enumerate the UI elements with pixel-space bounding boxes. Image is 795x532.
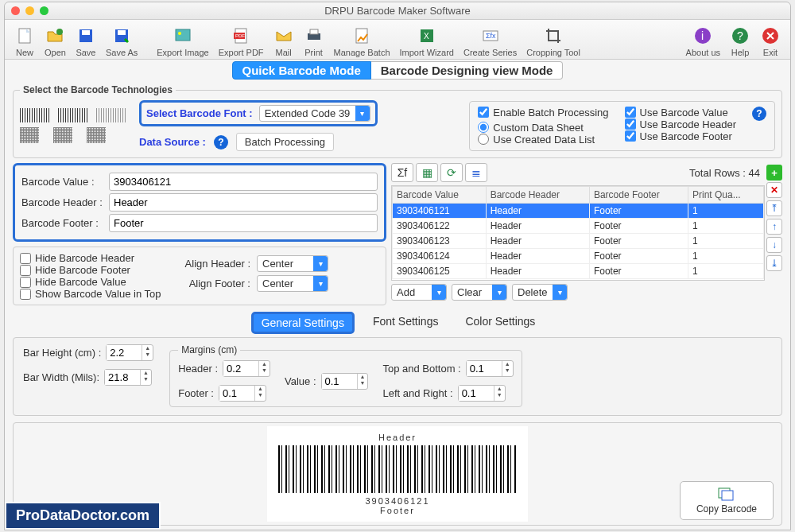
move-down-button[interactable]: ↓ [766, 237, 782, 253]
tab-design-mode[interactable]: Barcode Designing view Mode [371, 61, 564, 80]
move-up-button[interactable]: ↑ [766, 219, 782, 235]
barcode-value-input[interactable] [109, 173, 378, 191]
hide-header-checkbox[interactable]: Hide Barcode Header [20, 252, 179, 264]
new-button[interactable]: New [10, 25, 40, 57]
tab-quick-mode[interactable]: Quick Barcode Mode [232, 61, 371, 80]
align-header-select[interactable]: Center▾ [257, 255, 328, 272]
table-row[interactable]: 3903406121HeaderFooter1 [393, 204, 764, 219]
table-row[interactable]: 3903406123HeaderFooter1 [393, 234, 764, 249]
manage-batch-button[interactable]: Manage Batch [329, 25, 395, 57]
open-folder-icon [45, 26, 64, 45]
open-button[interactable]: Open [40, 25, 71, 57]
app-window: DRPU Barcode Maker Software New Open Sav… [4, 2, 791, 530]
export-pdf-button[interactable]: PDFExport PDF [214, 25, 269, 57]
preview-header: Header [278, 433, 517, 442]
use-header-checkbox[interactable]: Use Barcode Header [625, 118, 736, 130]
series-icon: Σfx [481, 26, 500, 45]
barcode-header-input[interactable] [109, 193, 378, 212]
data-table[interactable]: Barcode ValueBarcode HeaderBarcode Foote… [391, 185, 765, 281]
svg-rect-0 [19, 29, 30, 43]
show-value-top-checkbox[interactable]: Show Barcode Value in Top [20, 288, 179, 300]
linear-barcode-icon-3[interactable] [96, 108, 126, 122]
barcode-footer-input[interactable] [109, 214, 378, 232]
help-icon[interactable]: ? [214, 135, 228, 150]
exit-icon [761, 26, 780, 45]
delete-row-button[interactable]: ✕ [766, 182, 782, 198]
general-settings-panel: Bar Height (cm) : ▲▼ Bar Width (Mils): ▲… [13, 337, 782, 416]
linear-barcode-icon[interactable] [20, 108, 50, 122]
margin-tb-input[interactable]: ▲▼ [466, 360, 514, 377]
excel-button[interactable]: ▦ [416, 163, 438, 182]
formula-button[interactable]: Σf [391, 163, 413, 182]
data-source-label: Data Source : [139, 136, 206, 148]
mail-button[interactable]: Mail [269, 25, 299, 57]
copy-barcode-button[interactable]: Copy Barcode [680, 481, 774, 520]
align-footer-select[interactable]: Center▾ [257, 275, 328, 292]
2d-barcode-icon[interactable] [20, 127, 39, 143]
barcode-font-select[interactable]: Extended Code 39▾ [259, 105, 370, 122]
preview-footer: Footer [278, 506, 517, 515]
create-series-button[interactable]: ΣfxCreate Series [459, 25, 522, 57]
margin-value-input[interactable]: ▲▼ [321, 373, 369, 390]
save-button[interactable]: Save [71, 25, 101, 57]
custom-sheet-radio[interactable]: Custom Data Sheet [478, 122, 608, 134]
move-bottom-button[interactable]: ⤓ [766, 255, 782, 271]
import-wizard-button[interactable]: XImport Wizard [395, 25, 459, 57]
move-top-button[interactable]: ⤒ [766, 200, 782, 216]
clear-select[interactable]: Clear▾ [452, 284, 507, 301]
tab-font-settings[interactable]: Font Settings [364, 312, 448, 334]
export-image-button[interactable]: Export Image [152, 25, 213, 57]
barcode-bars-icon [278, 445, 517, 493]
hide-footer-checkbox[interactable]: Hide Barcode Footer [20, 264, 179, 276]
bar-height-input[interactable]: ▲▼ [106, 344, 153, 361]
margin-header-input[interactable]: ▲▼ [223, 360, 270, 377]
refresh-button[interactable]: ⟳ [440, 163, 463, 182]
table-tool-buttons: Σf ▦ ⟳ ≣ [391, 163, 487, 182]
help-icon[interactable]: ? [752, 107, 766, 121]
saveas-button[interactable]: Save As [101, 25, 142, 57]
svg-point-8 [178, 32, 181, 35]
total-rows-label: Total Rows : 44 [689, 167, 763, 179]
settings-tabs: General Settings Font Settings Color Set… [13, 312, 782, 334]
svg-rect-25 [722, 491, 733, 500]
cropping-tool-button[interactable]: Cropping Tool [522, 25, 585, 57]
titlebar: DRPU Barcode Maker Software [5, 2, 790, 20]
select-barcode-font-field: Select Barcode Font : Extended Code 39▾ [139, 100, 378, 126]
enable-batch-checkbox[interactable]: Enable Batch Processing [478, 107, 608, 118]
exit-button[interactable]: Exit [755, 25, 785, 57]
margin-footer-input[interactable]: ▲▼ [219, 385, 266, 402]
image-icon [173, 26, 192, 45]
barcode-technologies-fieldset: Select the Barcode Technologies [13, 84, 782, 158]
svg-rect-7 [176, 29, 190, 41]
pdf-icon: PDF [231, 26, 250, 45]
tab-general-settings[interactable]: General Settings [251, 312, 355, 334]
about-button[interactable]: iAbout us [681, 25, 725, 57]
svg-rect-4 [82, 30, 90, 35]
use-value-checkbox[interactable]: Use Barcode Value [625, 107, 736, 118]
table-row[interactable]: 3903406122HeaderFooter1 [393, 219, 764, 234]
display-options-box: Hide Barcode Header Hide Barcode Footer … [13, 247, 386, 305]
chevron-down-icon: ▾ [313, 276, 328, 291]
2d-barcode-icon-2[interactable] [53, 127, 72, 143]
mode-tabs: Quick Barcode Mode Barcode Designing vie… [5, 60, 790, 81]
list-button[interactable]: ≣ [465, 163, 487, 182]
delete-select[interactable]: Delete▾ [512, 284, 568, 301]
print-icon [304, 26, 324, 45]
hide-value-checkbox[interactable]: Hide Barcode Value [20, 276, 179, 288]
print-button[interactable]: Print [299, 25, 329, 57]
table-row[interactable]: 3903406124HeaderFooter1 [393, 249, 764, 264]
add-row-button[interactable]: + [766, 165, 782, 181]
linear-barcode-icon-2[interactable] [58, 108, 88, 122]
tab-color-settings[interactable]: Color Settings [456, 312, 544, 334]
created-list-radio[interactable]: Use Created Data List [478, 134, 608, 146]
chevron-down-icon: ▾ [313, 256, 328, 271]
svg-text:X: X [424, 32, 429, 41]
help-button[interactable]: ?Help [725, 25, 755, 57]
use-footer-checkbox[interactable]: Use Barcode Footer [625, 130, 736, 142]
preview-value: 3903406121 [278, 496, 517, 506]
2d-barcode-icon-3[interactable] [87, 127, 106, 143]
table-row[interactable]: 3903406125HeaderFooter1 [393, 264, 764, 279]
bar-width-input[interactable]: ▲▼ [104, 369, 152, 386]
margin-lr-input[interactable]: ▲▼ [458, 385, 506, 402]
add-select[interactable]: Add▾ [391, 284, 447, 301]
